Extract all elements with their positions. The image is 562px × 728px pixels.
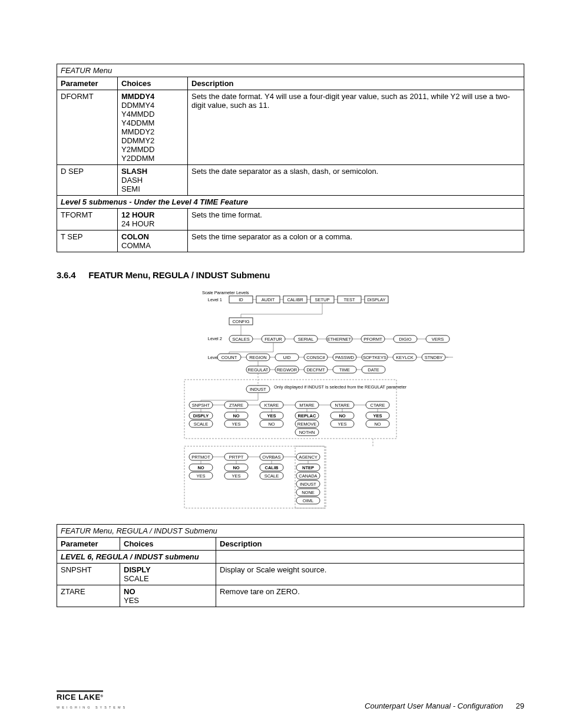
svg-text:STNDBY: STNDBY	[425, 355, 442, 360]
svg-text:TEST: TEST	[343, 297, 355, 302]
cell-desc: Sets the date format. Y4 will use a four…	[188, 90, 524, 165]
table-row: DFORMT MMDDY4 DDMMY4 Y4MMDD Y4DDMM MMDDY…	[57, 90, 524, 165]
svg-text:CALIB: CALIB	[265, 465, 279, 470]
brand-logo: RICE LAKE® WEIGHING SYSTEMS	[57, 690, 127, 710]
svg-text:SOFTKEYS: SOFTKEYS	[363, 355, 386, 360]
table-row: SNPSHT DISPLY SCALE Display or Scale wei…	[57, 564, 524, 585]
svg-text:NONE: NONE	[302, 490, 315, 495]
svg-text:NO: NO	[233, 465, 239, 470]
table-header-row: Parameter Choices Description	[57, 538, 524, 551]
table-title: FEATUR Menu, REGULA / INDUST Submenu	[57, 525, 524, 538]
cell-choices: SLASH DASH SEMI	[118, 165, 188, 196]
cell-desc: Sets the time format.	[188, 209, 524, 230]
svg-text:CALIBR: CALIBR	[287, 297, 303, 302]
level2-group: SCALES FEATUR SERIAL ETHERNET PFORMT DIG…	[229, 335, 449, 342]
svg-text:YES: YES	[232, 421, 240, 427]
cell-param: SNPSHT	[57, 564, 120, 585]
table-featur-menu: FEATUR Menu Parameter Choices Descriptio…	[57, 64, 524, 252]
svg-text:CANADA: CANADA	[299, 473, 317, 479]
header-choices: Choices	[120, 538, 216, 551]
svg-text:CTARE: CTARE	[371, 403, 385, 408]
diagram-title: Scale Parameter Levels	[202, 290, 249, 295]
header-description: Description	[216, 538, 524, 551]
svg-text:VERS: VERS	[432, 337, 444, 342]
level3-bottom-group: REGULAT REGWOR DECFMT TIME DATE	[246, 366, 385, 373]
svg-text:YES: YES	[373, 413, 382, 419]
svg-text:REGULAT: REGULAT	[248, 367, 269, 373]
svg-text:FEATUR: FEATUR	[265, 337, 282, 342]
svg-text:COUNT: COUNT	[222, 355, 237, 360]
empty-cell	[216, 551, 524, 564]
svg-text:DISPLAY: DISPLAY	[367, 297, 385, 302]
svg-text:NO: NO	[233, 413, 239, 419]
svg-text:SETUP: SETUP	[315, 297, 329, 302]
cell-desc: Remove tare on ZERO.	[216, 585, 524, 607]
svg-text:AGENCY: AGENCY	[299, 454, 318, 460]
svg-text:SNPSHT: SNPSHT	[192, 403, 210, 408]
table-title: FEATUR Menu	[57, 64, 524, 77]
header-parameter: Parameter	[57, 538, 120, 551]
svg-text:NTEP: NTEP	[302, 465, 314, 470]
svg-text:PASSWD: PASSWD	[335, 355, 355, 360]
svg-text:REMOVE: REMOVE	[297, 421, 317, 427]
svg-text:REGION: REGION	[249, 355, 267, 360]
row-a: SNPSHT ZTARE KTARE MTARE NTARE CTARE	[189, 393, 389, 409]
section-title: FEATUR Menu, REGULA / INDUST Submenu	[88, 270, 270, 280]
svg-text:YES: YES	[267, 413, 276, 419]
level3-top-group: COUNT REGION UID CONSC# PASSWD SOFTKEYS …	[217, 354, 448, 361]
svg-text:SCALE: SCALE	[265, 473, 279, 479]
svg-text:SERIAL: SERIAL	[298, 337, 314, 342]
cell-param: DFORMT	[57, 90, 118, 165]
svg-text:DATE: DATE	[368, 367, 379, 373]
cell-desc: Sets the time separator as a colon or a …	[188, 230, 524, 252]
svg-text:NO: NO	[374, 421, 381, 427]
svg-text:NOTHN: NOTHN	[299, 430, 315, 435]
svg-text:REGWOR: REGWOR	[277, 367, 297, 373]
svg-text:DIGIO: DIGIO	[399, 337, 411, 342]
cell-choices: COLON COMMA	[118, 230, 188, 252]
svg-text:OVRBAS: OVRBAS	[262, 454, 280, 460]
cell-choices: 12 HOUR 24 HOUR	[118, 209, 188, 230]
svg-text:NO: NO	[268, 421, 275, 427]
svg-text:KTARE: KTARE	[265, 403, 279, 408]
svg-text:MTARE: MTARE	[299, 403, 315, 408]
cell-param: ZTARE	[57, 585, 120, 607]
page-number: 29	[516, 701, 524, 710]
cell-param: T SEP	[57, 230, 118, 252]
svg-text:YES: YES	[196, 473, 205, 479]
header-description: Description	[188, 77, 524, 90]
page-footer: RICE LAKE® WEIGHING SYSTEMS Counterpart …	[57, 690, 524, 710]
cell-param: TFORMT	[57, 209, 118, 230]
svg-text:NO: NO	[339, 413, 345, 419]
footer-caption: Counterpart User Manual - Configuration …	[365, 701, 524, 710]
svg-text:ID: ID	[239, 297, 243, 302]
table-row: D SEP SLASH DASH SEMI Sets the date sepa…	[57, 165, 524, 196]
indust-note: Only displayed if INDUST is selected fro…	[274, 384, 407, 390]
section-heading: 3.6.4 FEATUR Menu, REGULA / INDUST Subme…	[57, 270, 524, 280]
svg-text:INDUST: INDUST	[250, 387, 266, 392]
svg-text:REPLAC: REPLAC	[298, 413, 316, 419]
svg-text:PRTPT: PRTPT	[229, 454, 244, 460]
header-choices: Choices	[118, 77, 188, 90]
svg-text:YES: YES	[232, 473, 240, 479]
svg-text:DECFMT: DECFMT	[306, 367, 325, 373]
svg-text:INDUST: INDUST	[300, 482, 316, 487]
section-number: 3.6.4	[57, 270, 75, 280]
svg-text:TIME: TIME	[339, 367, 350, 373]
svg-text:YES: YES	[338, 421, 346, 427]
cell-choices: MMDDY4 DDMMY4 Y4MMDD Y4DDMM MMDDY2 DDMMY…	[118, 90, 188, 165]
cell-desc: Display or Scale weight source.	[216, 564, 524, 585]
svg-text:CONFIG: CONFIG	[232, 319, 249, 324]
svg-text:CONSC#: CONSC#	[306, 355, 325, 360]
svg-text:KEYLCK: KEYLCK	[396, 355, 414, 360]
table-regula-indust: FEATUR Menu, REGULA / INDUST Submenu Par…	[57, 524, 524, 607]
level-label: Level 1	[208, 297, 222, 302]
svg-text:ZTARE: ZTARE	[229, 403, 243, 408]
table-header-row: Parameter Choices Description	[57, 77, 524, 90]
cell-choices: DISPLY SCALE	[120, 564, 216, 585]
svg-text:PRTMOT: PRTMOT	[191, 454, 210, 460]
svg-text:NO: NO	[197, 465, 204, 470]
cell-param: D SEP	[57, 165, 118, 196]
svg-text:PFORMT: PFORMT	[363, 337, 382, 342]
table-row: T SEP COLON COMMA Sets the time separato…	[57, 230, 524, 252]
